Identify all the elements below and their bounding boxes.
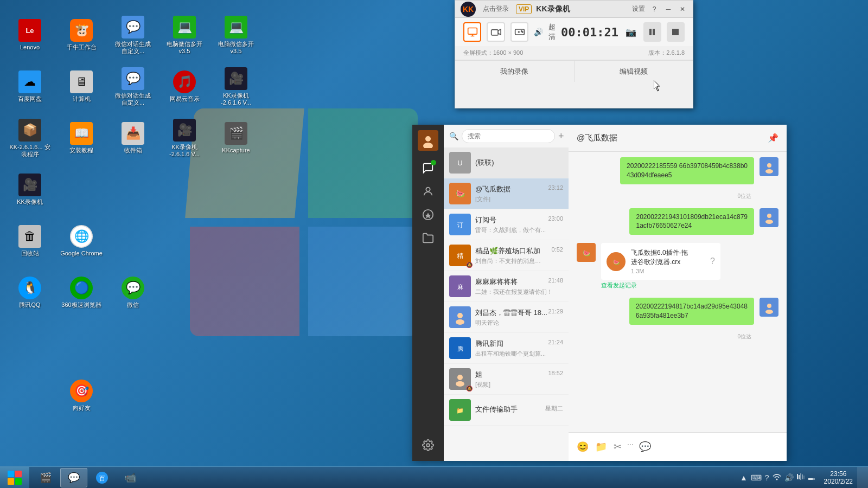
tray-help[interactable]: ? xyxy=(765,473,769,482)
desktop-icon-qq[interactable]: 🐧 腾讯QQ xyxy=(5,268,54,317)
svg-rect-50 xyxy=(8,478,14,485)
kk-help-button[interactable]: ? xyxy=(649,4,659,14)
desktop-icon-qianniu[interactable]: 🐮 千牛工作台 xyxy=(57,11,106,60)
kk-game-mode-button[interactable] xyxy=(510,22,528,42)
desktop-icon-chrome[interactable]: 🌐 Google Chrome xyxy=(57,217,106,266)
desktop-icon-diannaowx2[interactable]: 💻 电脑微信多开 v3.5 xyxy=(212,11,260,60)
file-status-link[interactable]: 查看发起记录 xyxy=(601,281,720,290)
desktop-icon-baidu-wangpan[interactable]: ☁ 百度网盘 xyxy=(5,62,54,111)
wechat-nav-settings[interactable] xyxy=(418,435,438,455)
tray-volume-bar[interactable] xyxy=(797,473,805,482)
kk-close-button[interactable]: ✕ xyxy=(678,4,687,14)
wechat-contact-liuchangjie[interactable]: 刘昌杰，雷雷哥哥 18... 21:29 明天评论 xyxy=(444,302,569,333)
tray-power[interactable] xyxy=(808,473,815,482)
start-button[interactable] xyxy=(0,467,29,489)
taskbar-media-player[interactable]: 🎬 xyxy=(32,468,59,487)
desktop-icon-163music[interactable]: 🎵 网易云音乐 xyxy=(160,62,209,111)
wechat-contact-filetransfer[interactable]: 📁 文件传输助手 星期二 xyxy=(444,395,569,426)
jisuanji-label: 计算机 xyxy=(73,95,91,102)
kk-edit-video-button[interactable]: 编辑视频 xyxy=(574,60,693,82)
wechat-user-avatar[interactable] xyxy=(418,130,438,151)
emoji-icon[interactable]: 😊 xyxy=(576,440,590,454)
163music-label: 网易云音乐 xyxy=(170,95,200,102)
tray-keyboard[interactable]: ⌨ xyxy=(751,473,762,482)
wechat-contact-dingyuehao[interactable]: 订 订阅号 23:00 雷哥：久战到底，做个有... xyxy=(444,209,569,240)
desktop-icon-kk2[interactable]: 🎥 KK录像机 -2.6.1.6 V... xyxy=(160,114,209,163)
wechat-contact-feigua[interactable]: 🍉 @飞瓜数据 23:12 [文件] xyxy=(444,178,569,209)
tray-network[interactable] xyxy=(773,473,781,482)
desktop-icon-kk-install[interactable]: 📦 KK-2.6.1.6... 安装程序 xyxy=(5,114,54,163)
desktop-icon-weixin[interactable]: 💬 微信 xyxy=(108,268,157,317)
desktop-icon-huishouzhan[interactable]: 🗑 回收站 xyxy=(5,217,54,266)
message-row-sent-1: 20200222185559 66b39708459b4c838b043d094… xyxy=(577,157,778,184)
kk-settings-button[interactable]: 设置 xyxy=(632,4,645,14)
taskbar-clock[interactable]: 23:56 2020/2/22 xyxy=(820,470,857,485)
desktop-icon-lenovo[interactable]: Le Lenovo xyxy=(5,11,54,60)
taskbar-baidu[interactable]: 百 xyxy=(88,468,116,487)
svg-rect-10 xyxy=(672,29,679,35)
kk-login-button[interactable]: 点击登录 xyxy=(480,4,512,14)
kk-stop-button[interactable] xyxy=(667,22,685,42)
wechat-nav-contacts[interactable] xyxy=(418,181,438,202)
taskbar-show-desktop[interactable] xyxy=(857,467,868,489)
desktop-icon-kk1[interactable]: 🎥 KK录像机 -2.6.1.6 V... xyxy=(212,62,260,111)
desktop-icon-jisuanji[interactable]: 🖥 计算机 xyxy=(57,62,106,111)
sent-avatar xyxy=(760,157,778,176)
wechat-contact-mahjong[interactable]: 麻 麻麻麻将将将 21:48 二娃：我还在报复邀请你们！ xyxy=(444,271,569,302)
kk-my-recordings-button[interactable]: 我的录像 xyxy=(455,60,574,82)
file-question-icon[interactable]: ? xyxy=(710,256,715,266)
voice-icon[interactable]: 💬 xyxy=(638,440,652,454)
wechat-add-button[interactable]: + xyxy=(558,130,564,142)
wechat-nav-discover[interactable] xyxy=(418,204,438,225)
kk-pause-button[interactable] xyxy=(643,22,661,42)
message-row-file: 🍉 🍉 飞瓜数据6.0插件-拖进谷歌浏览器.crx 1.3M ? xyxy=(577,243,778,290)
wechat-nav-chats[interactable] xyxy=(418,158,438,178)
chat-header-pin-icon[interactable]: 📌 xyxy=(768,133,778,143)
sent-avatar-3 xyxy=(760,298,778,317)
chat-header-title: @飞瓜数据 xyxy=(577,133,617,143)
wechat-search-input[interactable] xyxy=(462,129,555,143)
desktop-icon-shoujilan[interactable]: 📥 收件箱 xyxy=(108,114,157,163)
wechat-contact-jiejie[interactable]: ⋮ 🔕 姐 18:52 [视频] xyxy=(444,364,569,395)
kkcapture-icon: 🎬 xyxy=(225,122,247,145)
kk-screen-mode-button[interactable] xyxy=(463,22,481,42)
taskbar-wechat[interactable]: 💬 xyxy=(60,468,87,487)
kk-volume-control[interactable]: 🔊 xyxy=(534,28,543,36)
huishouzhan-icon: 🗑 xyxy=(18,225,41,248)
desktop-icon-kk3[interactable]: 🎥 KK录像机 xyxy=(5,165,54,214)
kk-camera-mode-button[interactable] xyxy=(487,22,505,42)
kk2-icon: 🎥 xyxy=(173,119,196,142)
kk-minimize-button[interactable]: ─ xyxy=(663,4,673,14)
svg-text:🍉: 🍉 xyxy=(612,259,620,266)
desktop-icon-anzhuang[interactable]: 📖 安装教程 xyxy=(57,114,106,163)
wechat-contact-tengxunnews[interactable]: 腾 腾讯新闻 21:24 出租车和地铁哪个更划算... xyxy=(444,333,569,364)
wechat-search-bar: 🔍 + xyxy=(444,125,569,147)
desktop-icon-xiangyoujie[interactable]: 🎯 向好友 xyxy=(57,371,106,420)
desktop-icon-diannaowx1[interactable]: 💻 电脑微信多开 v3.5 xyxy=(160,11,209,60)
desktop-icon-kkcapture[interactable]: 🎬 KKcapture xyxy=(212,114,260,163)
wechat-contact-unknown[interactable]: U (联联) xyxy=(444,147,569,178)
scissors-icon[interactable]: ✂ xyxy=(612,440,623,454)
svg-point-7 xyxy=(522,31,523,33)
file-attach-icon[interactable]: 📁 xyxy=(594,440,608,454)
taskbar-kk-recorder[interactable]: 📹 xyxy=(117,468,144,487)
file-name: 飞瓜数据6.0插件-拖进谷歌浏览器.crx xyxy=(631,248,705,267)
desktop-icon-weixin-duihua1[interactable]: 💬 微信对话生成 自定义... xyxy=(108,11,157,60)
kk-install-icon: 📦 xyxy=(18,119,41,142)
kk-snapshot-button[interactable]: 📷 xyxy=(624,24,638,40)
desktop-icon-weixin-sc[interactable]: 💬 微信对话生成 自定义... xyxy=(108,62,157,111)
msg-bubble-wrapper-sent-3: 20200222194817bc14ad29d95e430486a935fa48… xyxy=(629,298,754,325)
kk3-icon: 🎥 xyxy=(18,174,41,196)
desktop-icon-360[interactable]: 🔵 360极速浏览器 xyxy=(57,268,106,317)
wechat-contact-jingpin[interactable]: 精 🔕 精品🌿养殖场口私加 0:52 刘自尚：不支持的消息… xyxy=(444,240,569,271)
msg-time-indicator: 0位达 xyxy=(577,192,778,200)
kk-toolbar: 🔊 超清 00:01:21 📷 xyxy=(455,18,693,46)
chat-avatar-feigua: 🍉 xyxy=(449,183,471,204)
tray-volume[interactable]: 🔊 xyxy=(784,473,794,482)
file-info: 飞瓜数据6.0插件-拖进谷歌浏览器.crx 1.3M xyxy=(631,248,705,274)
msg-bubble-sent-1: 20200222185559 66b39708459b4c838b043d094… xyxy=(620,157,754,184)
tray-show-hidden[interactable]: ▲ xyxy=(740,473,748,482)
more-icon[interactable]: ··· xyxy=(627,440,634,454)
wechat-nav-files[interactable] xyxy=(418,228,438,248)
svg-point-12 xyxy=(425,136,431,142)
